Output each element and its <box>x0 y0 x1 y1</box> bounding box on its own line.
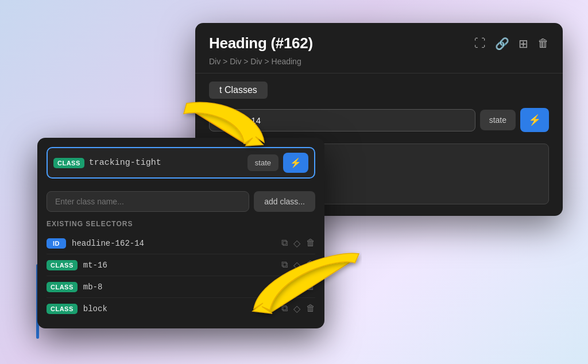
class-badge-main: CLASS <box>53 158 84 168</box>
enter-class-input[interactable] <box>47 191 249 212</box>
back-lightning-button[interactable]: ⚡ <box>520 108 549 132</box>
add-class-button[interactable]: add class... <box>254 191 315 212</box>
arrow-up <box>247 247 362 327</box>
back-panel-title-row: Heading (#162) ⛶ 🔗 ⊞ 🗑 <box>209 34 549 52</box>
back-state-button[interactable]: state <box>480 110 516 130</box>
existing-selectors-label: EXISTING SELECTORS <box>37 218 324 233</box>
add-class-row: add class... <box>37 185 324 218</box>
person-icon[interactable]: ⛶ <box>474 37 486 50</box>
back-panel-tabs: t Classes <box>195 73 563 99</box>
trash-icon[interactable]: 🗑 <box>537 37 549 50</box>
back-panel-header: Heading (#162) ⛶ 🔗 ⊞ 🗑 Div > Div > Div >… <box>195 23 563 73</box>
copy-icon[interactable]: ⊞ <box>519 37 528 51</box>
back-panel-title: Heading (#162) <box>209 34 313 52</box>
back-panel-icon-group: ⛶ 🔗 ⊞ 🗑 <box>474 37 549 51</box>
class-badge-block: CLASS <box>47 304 78 314</box>
id-badge: ID <box>47 238 66 249</box>
arrow-down <box>178 98 270 166</box>
breadcrumb: Div > Div > Div > Heading <box>209 57 549 66</box>
lightning-button-front[interactable]: ⚡ <box>283 153 308 173</box>
link-icon[interactable]: 🔗 <box>495 37 509 51</box>
class-badge-mb8: CLASS <box>47 282 78 292</box>
tab-classes[interactable]: t Classes <box>209 82 268 99</box>
class-badge-mt16: CLASS <box>47 260 78 270</box>
